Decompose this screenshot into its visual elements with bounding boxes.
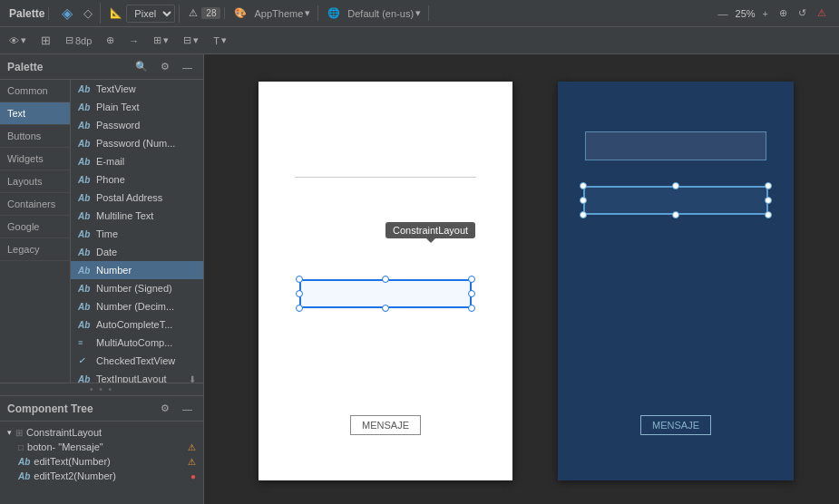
component-phone[interactable]: Ab Phone: [71, 170, 203, 189]
handle-left[interactable]: [296, 290, 303, 297]
tree-root[interactable]: ▾ ⊞ ConstraintLayout: [4, 425, 200, 440]
component-date[interactable]: Ab Date: [71, 243, 203, 261]
pixel-dropdown[interactable]: Pixel: [126, 5, 175, 23]
handle-bl[interactable]: [296, 305, 303, 312]
settings-icon: ⚙: [161, 61, 170, 73]
warning-btn[interactable]: ⚠: [814, 5, 830, 21]
tree-root-icon: ⊞: [15, 428, 23, 438]
component-plaintext[interactable]: Ab Plain Text: [71, 98, 203, 116]
second-toolbar: 👁 ▾ ⊞ ⊟ 8dp ⊕ → ⊞ ▾ ⊟ ▾ T ▾: [0, 27, 839, 54]
text-align-btn[interactable]: T ▾: [210, 33, 230, 48]
comp-icon-multiline: Ab: [78, 211, 93, 221]
tree-edittext-label: editText(Number): [34, 456, 110, 467]
preview-handle-tr[interactable]: [765, 182, 772, 189]
zoom-in-icon: +: [763, 8, 768, 19]
component-textinputlayout[interactable]: Ab TextInputLayout ⬇: [71, 370, 203, 383]
component-email[interactable]: Ab E-mail: [71, 152, 203, 170]
comp-icon-checkedtextview: ✓: [78, 356, 93, 365]
handle-bottom[interactable]: [382, 305, 389, 312]
category-common[interactable]: Common: [0, 80, 70, 102]
mensaje-button-preview[interactable]: MENSAJE: [640, 415, 711, 435]
comp-label-numberdecim: Number (Decim...: [96, 301, 174, 312]
comp-icon-number: Ab: [78, 266, 93, 276]
palette-search-btn[interactable]: 🔍: [132, 59, 151, 74]
zoom-fit-btn[interactable]: ⊕: [776, 5, 791, 21]
category-buttons[interactable]: Buttons: [0, 125, 70, 148]
tree-item-boton[interactable]: □ boton- "Mensaje" ⚠: [4, 440, 200, 454]
preview-handle-right[interactable]: [765, 197, 772, 204]
palette-settings-btn[interactable]: ⚙: [157, 59, 173, 74]
category-layouts[interactable]: Layouts: [0, 170, 70, 193]
tree-item-edittext[interactable]: Ab editText(Number) ⚠: [4, 454, 200, 469]
component-passwordnum[interactable]: Ab Password (Num...: [71, 134, 203, 152]
theme-dropdown-btn[interactable]: AppTheme ▾: [250, 5, 314, 21]
locale-dropdown-btn[interactable]: Default (en-us) ▾: [344, 5, 424, 21]
margin-icon: ⊟: [183, 34, 191, 46]
category-google[interactable]: Google: [0, 216, 70, 238]
align-btn[interactable]: ⊞ ▾: [150, 33, 172, 48]
selected-input-container[interactable]: [299, 279, 472, 308]
tree-boton-label: boton- "Mensaje": [27, 441, 103, 452]
component-textview[interactable]: Ab TextView: [71, 80, 203, 98]
component-time[interactable]: Ab Time: [71, 225, 203, 243]
blueprint-btn[interactable]: ◇: [80, 5, 96, 22]
category-widgets[interactable]: Widgets: [0, 148, 70, 170]
design-mode-btn[interactable]: ◈: [58, 3, 76, 24]
handle-br[interactable]: [468, 305, 475, 312]
tree-minimize-btn[interactable]: —: [179, 402, 196, 416]
comp-icon-textinputlayout: Ab: [78, 374, 93, 383]
tree-title: Component Tree: [7, 402, 151, 415]
handle-top[interactable]: [382, 276, 389, 283]
preview-handle-bottom[interactable]: [672, 211, 679, 218]
component-password[interactable]: Ab Password: [71, 116, 203, 134]
mensaje-button-canvas[interactable]: MENSAJE: [350, 415, 421, 435]
component-multiauto[interactable]: ≡ MultiAutoComp...: [71, 334, 203, 352]
preview-input-selected[interactable]: [583, 186, 768, 215]
preview-handle-top[interactable]: [672, 182, 679, 189]
palette-minimize-btn[interactable]: —: [179, 60, 196, 74]
comp-label-textview: TextView: [96, 83, 136, 94]
component-autocomplete[interactable]: Ab AutoCompleteT...: [71, 315, 203, 334]
component-postal[interactable]: Ab Postal Address: [71, 189, 203, 207]
refresh-btn[interactable]: ↺: [795, 5, 810, 21]
component-numberdecim[interactable]: Ab Number (Decim...: [71, 297, 203, 315]
tree-edittext2-label: editText2(Number): [34, 470, 115, 481]
count-badge: 28: [201, 7, 220, 19]
component-checkedtextview[interactable]: ✓ CheckedTextView: [71, 352, 203, 370]
orientation-btn[interactable]: ⊞: [37, 32, 54, 49]
category-containers[interactable]: Containers: [0, 193, 70, 216]
count-section: ⚠ 28: [185, 7, 225, 19]
component-number[interactable]: Ab Number: [71, 261, 203, 279]
comp-label-multiline: Multiline Text: [96, 210, 153, 221]
component-multiline[interactable]: Ab Multiline Text: [71, 207, 203, 225]
preview-text-input-1[interactable]: [585, 131, 766, 160]
comp-icon-textview: Ab: [78, 84, 93, 94]
comp-label-plaintext: Plain Text: [96, 102, 140, 112]
gap-btn[interactable]: ⊟ 8dp: [62, 33, 95, 48]
locale-icon: 🌐: [327, 7, 340, 19]
minimize-icon: —: [182, 62, 192, 73]
orient-icon: ⊞: [41, 34, 51, 47]
handle-right[interactable]: [468, 290, 475, 297]
preview-handle-bl[interactable]: [580, 211, 587, 218]
category-text[interactable]: Text: [0, 102, 70, 125]
tree-header: Component Tree ⚙ —: [0, 396, 203, 422]
theme-chevron-icon: ▾: [305, 7, 310, 19]
handle-tr[interactable]: [468, 276, 475, 283]
arrow-btn[interactable]: →: [125, 34, 142, 48]
preview-handle-tl[interactable]: [580, 182, 587, 189]
zoom-out-icon: —: [718, 8, 728, 19]
zoom-out-btn[interactable]: —: [715, 6, 732, 21]
tree-settings-btn[interactable]: ⚙: [157, 401, 173, 416]
zoom-in-btn[interactable]: +: [759, 6, 772, 21]
component-numbersigned[interactable]: Ab Number (Signed): [71, 279, 203, 297]
tree-item-edittext2[interactable]: Ab editText2(Number) ●: [4, 469, 200, 483]
visibility-btn[interactable]: 👁 ▾: [5, 33, 30, 48]
constraint-btn[interactable]: ⊕: [102, 33, 118, 48]
margin-btn[interactable]: ⊟ ▾: [180, 33, 202, 48]
preview-handle-left[interactable]: [580, 197, 587, 204]
comp-label-time: Time: [96, 228, 118, 239]
preview-handle-br[interactable]: [765, 211, 772, 218]
category-legacy[interactable]: Legacy: [0, 238, 70, 261]
handle-tl[interactable]: [296, 276, 303, 283]
